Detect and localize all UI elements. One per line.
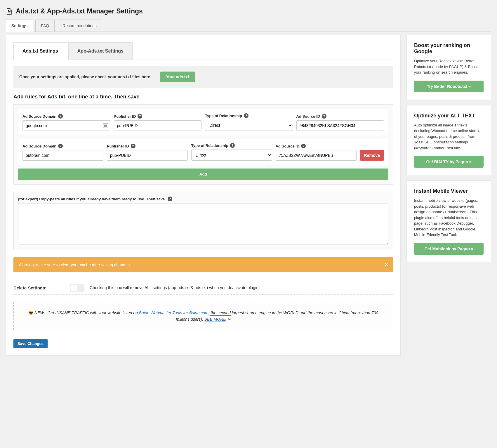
ad-source-id-input[interactable]: [296, 120, 384, 131]
rules-area: Ad Source Domain? ☰ Publisher ID? Type o…: [13, 104, 393, 185]
ad-source-domain-input[interactable]: [22, 120, 110, 131]
help-icon[interactable]: ?: [168, 197, 172, 201]
rule-row: Ad Source Domain? ☰ Publisher ID? Type o…: [18, 109, 388, 135]
inner-tab-ads[interactable]: Ads.txt Settings: [13, 42, 67, 60]
expert-textarea[interactable]: [18, 204, 388, 244]
delete-settings-row: Delete Settings: Checking this box will …: [13, 284, 393, 295]
notice-text: Once your settings are applied, please c…: [19, 74, 151, 79]
see-more-link[interactable]: SEE MORE: [204, 317, 226, 322]
inner-tab-app-ads[interactable]: App-Ads.txt Settings: [68, 42, 133, 60]
main-settings-panel: Ads.txt Settings App-Ads.txt Settings On…: [6, 35, 401, 356]
delete-settings-toggle[interactable]: [70, 284, 84, 291]
delete-settings-desc: Checking this box will remove ALL settin…: [90, 285, 260, 290]
sunglasses-emoji-icon: 😎: [28, 310, 33, 315]
tab-recommendations[interactable]: Recommendations: [57, 20, 102, 32]
tab-faq[interactable]: FAQ: [35, 20, 55, 32]
publisher-id-input[interactable]: [114, 120, 202, 131]
help-icon[interactable]: ?: [138, 114, 142, 119]
sidebar-card-title: Boost your ranking on Google: [414, 42, 484, 55]
promo-text: for: [182, 310, 189, 315]
rule-row: Ad Source Domain? Publisher ID? Type of …: [18, 139, 388, 165]
page-title: Ads.txt & App-Ads.txt Manager Settings: [6, 0, 491, 20]
sidebar-card-alt-text: Optimize your ALT TEXT Auto optimize all…: [406, 105, 491, 176]
sidebar: Boost your ranking on Google Optimize yo…: [406, 35, 491, 356]
help-icon[interactable]: ?: [131, 144, 135, 148]
relationship-select[interactable]: Direct: [205, 120, 293, 131]
help-icon[interactable]: ?: [58, 144, 63, 148]
ad-source-id-input[interactable]: [276, 150, 357, 161]
sidebar-card-ranking: Boost your ranking on Google Optimize yo…: [406, 35, 491, 100]
get-mobilook-button[interactable]: Get Mobilook by Pagup »: [414, 243, 484, 255]
sidebar-card-title: Optimize your ALT TEXT: [414, 113, 484, 119]
add-button[interactable]: Add: [18, 169, 388, 180]
sidebar-card-mobile: Instant Mobile Viewer Instant mobile vie…: [406, 180, 491, 262]
label-source-id: Ad Source ID?: [276, 144, 357, 148]
remove-button[interactable]: Remove: [360, 150, 384, 161]
arrow-icon: ➤: [226, 317, 231, 322]
tab-settings[interactable]: Settings: [6, 20, 33, 32]
save-changes-button[interactable]: Save Changes: [13, 339, 48, 348]
help-icon[interactable]: ?: [244, 113, 248, 118]
sidebar-card-title: Instant Mobile Viewer: [414, 188, 484, 194]
delete-settings-label: Delete Settings:: [13, 285, 46, 290]
label-relationship: Type of Relationship?: [191, 143, 272, 148]
promo-text: the second: [210, 310, 231, 316]
inner-tabs: Ads.txt Settings App-Ads.txt Settings: [13, 42, 393, 60]
promo-box: 😎 NEW - Get INSANE TRAFFIC with your web…: [13, 302, 393, 330]
promo-text: NEW - Get INSANE TRAFFIC with your websi…: [33, 310, 139, 315]
label-source-id: Ad Source ID?: [296, 114, 384, 119]
label-domain: Ad Source Domain?: [22, 114, 110, 119]
sidebar-card-body: Auto optimize all image alt texts (inclu…: [414, 122, 484, 151]
cache-warning: Warning: make sure to clear your cache a…: [13, 257, 393, 272]
ad-source-domain-input[interactable]: [22, 150, 103, 161]
help-icon[interactable]: ?: [58, 114, 63, 119]
help-icon[interactable]: ?: [322, 114, 326, 119]
help-icon[interactable]: ?: [301, 144, 306, 148]
relationship-select[interactable]: Direct: [191, 150, 272, 161]
baidu-tools-link[interactable]: Baidu Webmaster Tools: [139, 310, 182, 315]
help-icon[interactable]: ?: [230, 143, 235, 148]
close-icon[interactable]: ×: [385, 262, 388, 268]
add-rules-heading: Add rules for Ads.txt, one line at a tim…: [13, 94, 393, 100]
label-domain: Ad Source Domain?: [22, 144, 103, 148]
expert-box: (for expert) Copy-paste all rules if you…: [13, 192, 393, 250]
warning-text: Warning: make sure to clear your cache a…: [19, 263, 131, 267]
expert-label: (for expert) Copy-paste all rules if you…: [18, 197, 388, 201]
sidebar-card-body: Optimize your Robots.txt with Better Rob…: [414, 58, 484, 75]
label-publisher-id: Publisher ID?: [114, 114, 202, 119]
document-icon: [6, 8, 13, 15]
publisher-id-input[interactable]: [107, 150, 188, 161]
label-relationship: Type of Relationship?: [205, 113, 293, 118]
try-better-robots-button[interactable]: Try Better Robots.txt »: [414, 81, 484, 92]
your-ads-txt-button[interactable]: Your ads.txt: [160, 72, 195, 82]
sidebar-card-body: Instant mobile view of website (pages, p…: [414, 198, 484, 238]
get-bialty-button[interactable]: Get BIALTY by Pagup »: [414, 156, 484, 168]
top-tabs: Settings FAQ Recommendations: [6, 20, 491, 32]
page-title-text: Ads.txt & App-Ads.txt Manager Settings: [16, 7, 143, 15]
check-files-notice: Once your settings are applied, please c…: [13, 66, 393, 88]
baidu-link[interactable]: Baidu.com,: [189, 310, 210, 315]
label-publisher-id: Publisher ID?: [107, 144, 188, 148]
